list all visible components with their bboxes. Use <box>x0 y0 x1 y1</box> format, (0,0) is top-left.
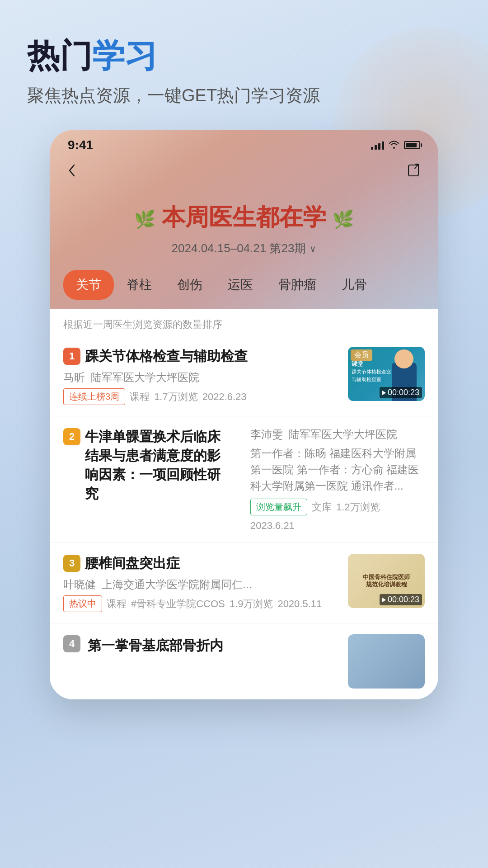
item-2-title: 牛津单髁置换术后临床结果与患者满意度的影响因素：一项回顾性研究 <box>85 427 221 503</box>
tag-type-2: 文库 <box>312 500 332 514</box>
item-3-title: 腰椎间盘突出症 <box>85 554 180 573</box>
tag-date-1: 2022.6.23 <box>202 391 247 403</box>
tab-yunyi[interactable]: 运医 <box>215 270 266 300</box>
category-tabs: 关节 脊柱 创伤 运医 骨肿瘤 儿骨 <box>50 270 438 309</box>
signal-icon <box>371 141 384 150</box>
tab-guanjie[interactable]: 关节 <box>63 270 114 300</box>
item-2-details: 李沛雯 陆军军医大学大坪医院 第一作者：陈旸 福建医科大学附属第一医院 第一作者… <box>250 427 425 532</box>
item-1-rank-title: 1 踝关节体格检查与辅助检查 <box>63 347 341 366</box>
page-title: 热门学习 <box>27 36 461 75</box>
tag-ccos: #骨科专业学院CCOS <box>131 597 225 611</box>
banner-section: 🌿 本周医生都在学 🌿 2024.04.15–04.21 第23期 ∨ <box>50 193 438 270</box>
item-1-title: 踝关节体格检查与辅助检查 <box>85 347 248 366</box>
status-time: 9:41 <box>68 138 93 152</box>
tab-ergu[interactable]: 儿骨 <box>329 270 380 300</box>
banner-title: 🌿 本周医生都在学 🌿 <box>134 202 354 233</box>
nav-bar <box>50 157 438 193</box>
laurel-left-icon: 🌿 <box>134 210 155 229</box>
list-item[interactable]: 1 踝关节体格检查与辅助检查 马昕 陆军军医大学大坪医院 连续上榜3周 课程 1… <box>50 336 438 416</box>
item-1-thumbnail: 会员 课堂踝关节体格检查室与辅助检查室 00:00:23 <box>348 347 425 401</box>
status-bar: 9:41 <box>50 130 438 157</box>
share-button[interactable] <box>407 163 422 182</box>
tag-date-3: 2020.5.11 <box>277 598 322 610</box>
item-1-content: 1 踝关节体格检查与辅助检查 马昕 陆军军医大学大坪医院 连续上榜3周 课程 1… <box>63 347 341 405</box>
content-area: 根据近一周医生浏览资源的数量排序 1 踝关节体格检查与辅助检查 马昕 陆军军医大… <box>50 309 438 699</box>
thumb-duration-1: 00:00:23 <box>380 387 422 398</box>
play-icon-3 <box>382 598 386 602</box>
tab-guzhongliu[interactable]: 骨肿瘤 <box>266 270 329 300</box>
phone-top-bg: 9:41 <box>50 130 438 309</box>
item-3-thumbnail: 中国骨科住院医师规范化培训教程 00:00:23 <box>348 554 425 608</box>
tag-date-2: 2023.6.21 <box>250 520 295 532</box>
item-4-thumbnail <box>348 634 425 689</box>
tab-chuangshang[interactable]: 创伤 <box>164 270 215 300</box>
ranking-note: 根据近一周医生浏览资源的数量排序 <box>50 309 438 336</box>
laurel-right-icon: 🌿 <box>333 210 354 229</box>
date-selector[interactable]: 2024.04.15–04.21 第23期 ∨ <box>63 241 425 256</box>
item-3-rank-title: 3 腰椎间盘突出症 <box>63 554 341 573</box>
item-4-title: 第一掌骨基底部骨折内 <box>88 634 341 689</box>
page-subtitle: 聚焦热点资源，一键GET热门学习资源 <box>27 84 461 107</box>
rank-badge-2: 2 <box>63 428 80 445</box>
tag-hotdiscuss: 热议中 <box>63 595 102 612</box>
rank-badge-3: 3 <box>63 555 80 572</box>
title-part1: 热门 <box>27 38 92 74</box>
play-icon <box>382 391 386 395</box>
thumb-label-1: 课堂踝关节体格检查室与辅助检查室 <box>352 360 391 383</box>
item-1-author: 马昕 陆军军医大学大坪医院 <box>63 370 341 385</box>
back-button[interactable] <box>66 161 77 184</box>
item-3-author: 叶晓健 上海交通大学医学院附属同仁... <box>63 577 341 592</box>
date-range-text: 2024.04.15–04.21 第23期 <box>172 241 306 256</box>
item-2-rank-title: 2 牛津单髁置换术后临床结果与患者满意度的影响因素：一项回顾性研究 <box>63 427 221 527</box>
member-badge: 会员 <box>351 349 372 361</box>
thumb-duration-3: 00:00:23 <box>380 594 422 605</box>
item-2-tags: 浏览量飙升 文库 1.2万浏览 2023.6.21 <box>250 499 425 532</box>
tag-views-3: 1.9万浏览 <box>230 597 273 611</box>
tag-views-2: 1.2万浏览 <box>336 500 380 514</box>
status-icons <box>371 140 420 151</box>
item-2-author: 李沛雯 陆军军医大学大坪医院 <box>250 427 425 442</box>
wifi-icon <box>389 140 399 151</box>
tag-continuous: 连续上榜3周 <box>63 388 125 405</box>
item-1-tags: 连续上榜3周 课程 1.7万浏览 2022.6.23 <box>63 388 341 405</box>
rank-badge-4: 4 <box>63 635 80 652</box>
tag-type-3: 课程 <box>107 597 127 611</box>
item-3-content: 3 腰椎间盘突出症 叶晓健 上海交通大学医学院附属同仁... 热议中 课程 #骨… <box>63 554 341 612</box>
list-item-3[interactable]: 3 腰椎间盘突出症 叶晓健 上海交通大学医学院附属同仁... 热议中 课程 #骨… <box>50 543 438 623</box>
battery-icon <box>404 141 420 149</box>
item-2-desc: 第一作者：陈旸 福建医科大学附属第一医院 第一作者：方心俞 福建医科大学附属第一… <box>250 445 425 494</box>
list-item-4[interactable]: 4 第一掌骨基底部骨折内 <box>50 623 438 699</box>
tag-type-1: 课程 <box>130 390 150 404</box>
rank-badge-1: 1 <box>63 348 80 365</box>
phone-mockup: 9:41 <box>50 130 438 699</box>
tab-jizhu[interactable]: 脊柱 <box>114 270 164 300</box>
header-section: 热门学习 聚焦热点资源，一键GET热门学习资源 <box>27 36 461 107</box>
banner-title-text: 本周医生都在学 <box>162 204 326 230</box>
title-part2: 学习 <box>92 38 157 74</box>
tag-views-1: 1.7万浏览 <box>154 390 198 404</box>
chevron-down-icon: ∨ <box>310 243 316 254</box>
book-title-small: 中国骨科住院医师规范化培训教程 <box>363 574 410 589</box>
list-item-2[interactable]: 2 牛津单髁置换术后临床结果与患者满意度的影响因素：一项回顾性研究 李沛雯 陆军… <box>50 416 438 543</box>
tag-views-up: 浏览量飙升 <box>250 499 307 515</box>
item-3-tags: 热议中 课程 #骨科专业学院CCOS 1.9万浏览 2020.5.11 <box>63 595 341 612</box>
